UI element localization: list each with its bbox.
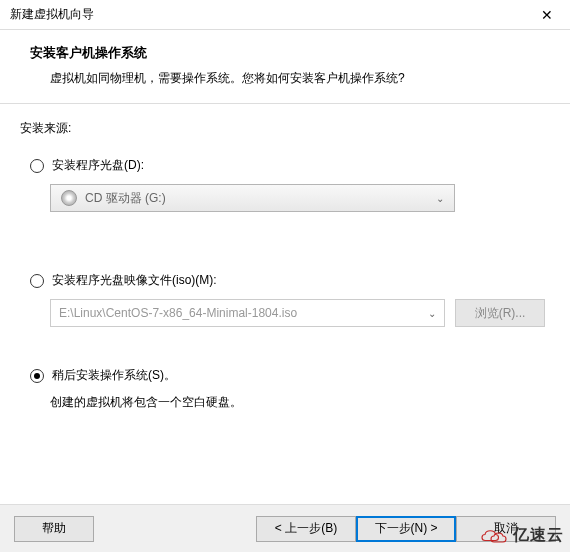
iso-path-input[interactable]: E:\Linux\CentOS-7-x86_64-Minimal-1804.is… bbox=[50, 299, 445, 327]
dropdown-text: CD 驱动器 (G:) bbox=[85, 190, 166, 207]
window-title: 新建虚拟机向导 bbox=[10, 6, 94, 23]
browse-button[interactable]: 浏览(R)... bbox=[455, 299, 545, 327]
iso-path-value: E:\Linux\CentOS-7-x86_64-Minimal-1804.is… bbox=[59, 306, 297, 320]
cancel-button[interactable]: 取消 bbox=[456, 516, 556, 542]
radio-icon bbox=[30, 274, 44, 288]
wizard-header: 安装客户机操作系统 虚拟机如同物理机，需要操作系统。您将如何安装客户机操作系统? bbox=[0, 30, 570, 104]
later-hint: 创建的虚拟机将包含一个空白硬盘。 bbox=[50, 394, 550, 411]
chevron-down-icon: ⌄ bbox=[428, 308, 436, 319]
radio-option-later[interactable]: 稍后安装操作系统(S)。 bbox=[30, 367, 550, 384]
chevron-down-icon: ⌄ bbox=[436, 193, 444, 204]
cd-drive-dropdown[interactable]: CD 驱动器 (G:) ⌄ bbox=[50, 184, 455, 212]
radio-label-later: 稍后安装操作系统(S)。 bbox=[52, 367, 176, 384]
page-title: 安装客户机操作系统 bbox=[30, 44, 540, 62]
back-button[interactable]: < 上一步(B) bbox=[256, 516, 356, 542]
next-button[interactable]: 下一步(N) > bbox=[356, 516, 456, 542]
radio-icon-selected bbox=[30, 369, 44, 383]
radio-label-disc: 安装程序光盘(D): bbox=[52, 157, 144, 174]
close-button[interactable]: ✕ bbox=[532, 0, 562, 30]
help-button[interactable]: 帮助 bbox=[14, 516, 94, 542]
source-label: 安装来源: bbox=[20, 120, 550, 137]
radio-option-disc[interactable]: 安装程序光盘(D): bbox=[30, 157, 550, 174]
radio-label-iso: 安装程序光盘映像文件(iso)(M): bbox=[52, 272, 217, 289]
wizard-footer: 帮助 < 上一步(B) 下一步(N) > 取消 bbox=[0, 504, 570, 552]
close-icon: ✕ bbox=[541, 7, 553, 23]
title-bar: 新建虚拟机向导 ✕ bbox=[0, 0, 570, 30]
wizard-content: 安装来源: 安装程序光盘(D): CD 驱动器 (G:) ⌄ 安装程序光盘映像文… bbox=[0, 104, 570, 427]
cd-icon bbox=[61, 190, 77, 206]
radio-option-iso[interactable]: 安装程序光盘映像文件(iso)(M): bbox=[30, 272, 550, 289]
page-description: 虚拟机如同物理机，需要操作系统。您将如何安装客户机操作系统? bbox=[50, 70, 540, 87]
radio-icon bbox=[30, 159, 44, 173]
